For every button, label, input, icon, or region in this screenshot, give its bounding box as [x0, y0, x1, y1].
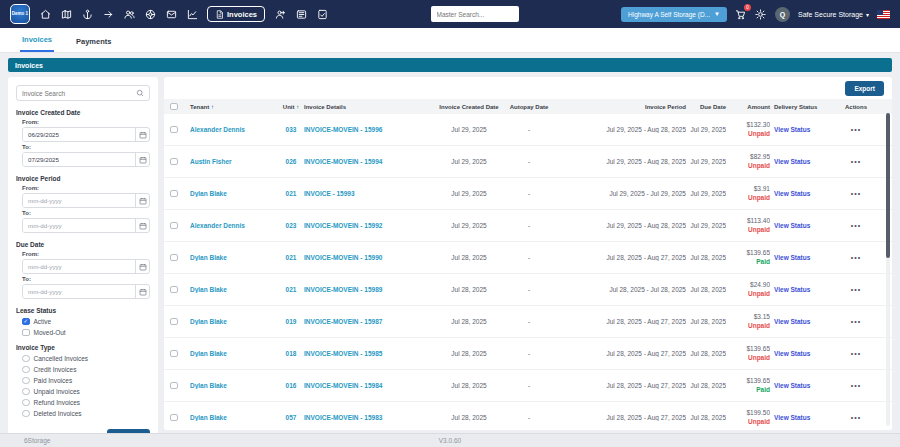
invoice-type-option[interactable]: Unpaid Invoices [16, 388, 150, 396]
add-user-icon[interactable] [274, 8, 286, 20]
reports-chart-icon[interactable] [186, 8, 198, 20]
map-icon[interactable] [60, 8, 72, 20]
unit-link[interactable]: 016 [278, 382, 304, 389]
table-scrollbar-thumb[interactable] [886, 113, 890, 258]
tenant-link[interactable]: Dylan Blake [190, 350, 278, 357]
col-header-tenant[interactable]: Tenant ↑ [190, 104, 278, 110]
radio-button[interactable] [22, 355, 30, 363]
invoice-search-input[interactable] [22, 90, 136, 97]
tenant-link[interactable]: Dylan Blake [190, 382, 278, 389]
row-actions-menu[interactable]: ••• [828, 126, 884, 133]
arrow-right-icon[interactable] [102, 8, 114, 20]
period-to-input[interactable] [23, 219, 135, 232]
invoice-details-link[interactable]: INVOICE-MOVEIN - 15996 [304, 126, 438, 133]
app-logo[interactable]: Demo 1 [10, 4, 30, 24]
row-actions-menu[interactable]: ••• [828, 382, 884, 389]
checkbox[interactable] [22, 329, 30, 337]
checkbox[interactable] [22, 318, 30, 326]
row-checkbox[interactable] [170, 158, 178, 166]
created-to-input[interactable] [23, 153, 135, 166]
view-status-link[interactable]: View Status [770, 382, 828, 389]
tenant-link[interactable]: Dylan Blake [190, 254, 278, 261]
row-checkbox[interactable] [170, 318, 178, 326]
row-actions-menu[interactable]: ••• [828, 222, 884, 229]
select-all-checkbox[interactable] [170, 103, 178, 111]
calendar-icon[interactable] [135, 260, 149, 273]
row-checkbox[interactable] [170, 414, 178, 422]
invoice-type-option[interactable]: Cancelled Invoices [16, 355, 150, 363]
invoice-details-link[interactable]: INVOICE - 15993 [304, 190, 438, 197]
gear-icon[interactable] [755, 8, 767, 20]
account-menu[interactable]: Safe Secure Storage ▾ [798, 11, 869, 18]
created-from-input[interactable] [23, 128, 135, 141]
invoice-type-option[interactable]: Credit Invoices [16, 366, 150, 374]
view-status-link[interactable]: View Status [770, 222, 828, 229]
unit-link[interactable]: 018 [278, 350, 304, 357]
row-actions-menu[interactable]: ••• [828, 414, 884, 421]
invoice-details-link[interactable]: INVOICE-MOVEIN - 15984 [304, 382, 438, 389]
invoice-type-option[interactable]: Refund Invoices [16, 399, 150, 407]
invoice-details-link[interactable]: INVOICE-MOVEIN - 15987 [304, 318, 438, 325]
view-status-link[interactable]: View Status [770, 190, 828, 197]
radio-button[interactable] [22, 377, 30, 385]
radio-button[interactable] [22, 399, 30, 407]
radio-button[interactable] [22, 388, 30, 396]
invoice-details-link[interactable]: INVOICE-MOVEIN - 15994 [304, 158, 438, 165]
unit-link[interactable]: 021 [278, 190, 304, 197]
view-status-link[interactable]: View Status [770, 158, 828, 165]
col-header-unit[interactable]: Unit ↑ [278, 104, 304, 110]
invoice-type-option[interactable]: Deleted Invoices [16, 410, 150, 418]
lease-status-option[interactable]: Active [16, 318, 150, 326]
unit-link[interactable]: 033 [278, 126, 304, 133]
calendar-icon[interactable] [135, 128, 149, 141]
export-button[interactable]: Export [845, 81, 884, 96]
invoice-details-link[interactable]: INVOICE-MOVEIN - 15985 [304, 350, 438, 357]
tenant-link[interactable]: Alexander Dennis [190, 126, 278, 133]
calendar-icon[interactable] [135, 219, 149, 232]
avatar[interactable]: Q [775, 7, 790, 22]
radio-button[interactable] [22, 410, 30, 418]
unit-link[interactable]: 026 [278, 158, 304, 165]
news-icon[interactable] [295, 8, 307, 20]
calendar-icon[interactable] [135, 285, 149, 298]
unit-link[interactable]: 019 [278, 318, 304, 325]
tab-payments[interactable]: Payments [74, 31, 113, 52]
calendar-icon[interactable] [135, 194, 149, 207]
tenant-link[interactable]: Dylan Blake [190, 190, 278, 197]
unit-link[interactable]: 057 [278, 414, 304, 421]
view-status-link[interactable]: View Status [770, 254, 828, 261]
tab-invoices[interactable]: Invoices [20, 29, 54, 52]
lease-status-option[interactable]: Moved-Out [16, 329, 150, 337]
unit-link[interactable]: 023 [278, 222, 304, 229]
invoice-details-link[interactable]: INVOICE-MOVEIN - 15990 [304, 254, 438, 261]
tenants-icon[interactable] [123, 8, 135, 20]
view-status-link[interactable]: View Status [770, 286, 828, 293]
row-actions-menu[interactable]: ••• [828, 286, 884, 293]
anchor-icon[interactable] [81, 8, 93, 20]
row-actions-menu[interactable]: ••• [828, 158, 884, 165]
row-actions-menu[interactable]: ••• [828, 318, 884, 325]
tenant-link[interactable]: Alexander Dennis [190, 222, 278, 229]
unit-link[interactable]: 021 [278, 254, 304, 261]
tenant-link[interactable]: Dylan Blake [190, 414, 278, 421]
row-actions-menu[interactable]: ••• [828, 190, 884, 197]
mail-icon[interactable] [165, 8, 177, 20]
row-checkbox[interactable] [170, 190, 178, 198]
due-to-input[interactable] [23, 285, 135, 298]
tenant-link[interactable]: Austin Fisher [190, 158, 278, 165]
tenant-link[interactable]: Dylan Blake [190, 286, 278, 293]
row-checkbox[interactable] [170, 286, 178, 294]
row-checkbox[interactable] [170, 254, 178, 262]
language-flag-us[interactable] [877, 10, 890, 19]
row-actions-menu[interactable]: ••• [828, 350, 884, 357]
unit-link[interactable]: 021 [278, 286, 304, 293]
master-search-input[interactable] [431, 6, 519, 22]
row-checkbox[interactable] [170, 350, 178, 358]
calendar-icon[interactable] [135, 153, 149, 166]
support-wheel-icon[interactable] [144, 8, 156, 20]
cart-icon[interactable]: 0 [735, 8, 747, 20]
row-checkbox[interactable] [170, 126, 178, 134]
invoice-details-link[interactable]: INVOICE-MOVEIN - 15983 [304, 414, 438, 421]
view-status-link[interactable]: View Status [770, 414, 828, 421]
period-from-input[interactable] [23, 194, 135, 207]
